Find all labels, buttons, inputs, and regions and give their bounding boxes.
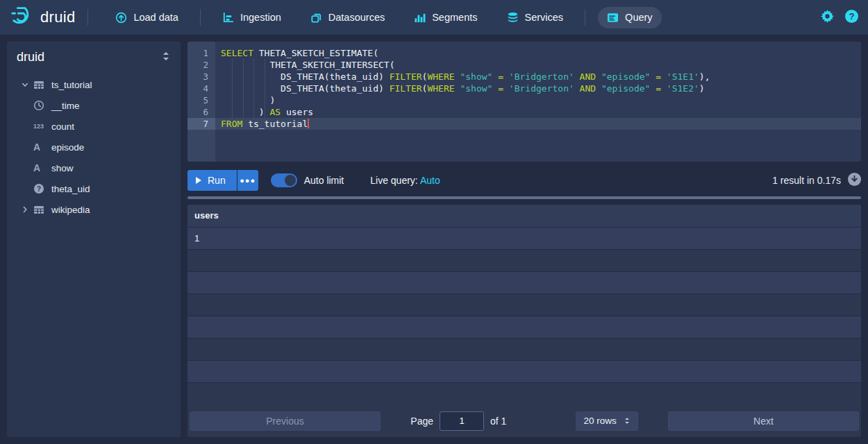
segments-icon bbox=[414, 12, 426, 24]
settings-gear-icon[interactable] bbox=[821, 10, 834, 26]
code-line-6[interactable]: 6 ) AS users bbox=[187, 106, 861, 118]
line-number: 5 bbox=[187, 94, 215, 106]
editor-results-splitter[interactable] bbox=[187, 196, 861, 199]
code-token: ) bbox=[221, 95, 275, 105]
download-results-icon[interactable] bbox=[848, 173, 861, 188]
auto-limit-label: Auto limit bbox=[304, 175, 344, 186]
code-token: 'Bridgerton' bbox=[509, 83, 574, 94]
code-token bbox=[596, 83, 601, 94]
auto-limit-toggle[interactable] bbox=[271, 173, 297, 187]
nav-item-label: Datasources bbox=[328, 12, 385, 23]
tree-item-label: show bbox=[51, 163, 74, 173]
live-query-value-link[interactable]: Auto bbox=[420, 175, 440, 186]
empty-row bbox=[187, 271, 861, 293]
run-more-options-button[interactable]: ●●● bbox=[237, 170, 258, 191]
next-page-button[interactable]: Next bbox=[668, 411, 859, 431]
rows-per-page-select[interactable]: 20 rows bbox=[576, 411, 637, 431]
code-token: AND bbox=[580, 71, 596, 82]
code-line-2[interactable]: 2 THETA_SKETCH_INTERSECT( bbox=[187, 59, 861, 71]
tree-item-label: __time bbox=[51, 101, 80, 111]
line-number: 2 bbox=[187, 59, 215, 71]
navbar-right: ? bbox=[821, 10, 858, 26]
line-number: 3 bbox=[187, 71, 215, 83]
code-token: AND bbox=[580, 83, 596, 94]
nav-item-label: Services bbox=[525, 12, 564, 23]
nav-item-services[interactable]: Services bbox=[498, 7, 573, 28]
code-token: THETA_SKETCH_ESTIMATE( bbox=[253, 48, 378, 58]
druid-logo-icon bbox=[10, 3, 35, 32]
tree-item-episode[interactable]: Aepisode bbox=[17, 137, 171, 157]
schema-sidebar: druid ts_tutorial__time123countAepisodeA… bbox=[7, 42, 181, 437]
schema-name: druid bbox=[17, 50, 44, 65]
code-token bbox=[574, 83, 580, 94]
navbar-divider bbox=[87, 9, 88, 26]
empty-row bbox=[187, 316, 861, 338]
code-token: SELECT bbox=[221, 48, 253, 58]
nav-item-query[interactable]: Query bbox=[598, 7, 662, 28]
nav-item-label: Load data bbox=[133, 12, 178, 23]
code-token: FROM bbox=[221, 119, 242, 129]
code-token: "show" bbox=[460, 71, 492, 82]
code-token: ) bbox=[699, 83, 705, 94]
code-token: 'Bridgerton' bbox=[509, 71, 574, 82]
tree-item-time[interactable]: __time bbox=[17, 95, 171, 116]
page-number-input[interactable] bbox=[440, 411, 484, 431]
tree-item-show[interactable]: Ashow bbox=[17, 157, 171, 178]
nav-item-datasources[interactable]: Datasources bbox=[301, 7, 394, 28]
code-line-text: THETA_SKETCH_INTERSECT( bbox=[215, 59, 861, 71]
svg-text:?: ? bbox=[849, 11, 855, 21]
result-row[interactable]: 1 bbox=[187, 227, 861, 249]
tree-item-wikipedia[interactable]: wikipedia bbox=[17, 199, 171, 220]
string-icon: A bbox=[33, 162, 51, 173]
code-token bbox=[661, 71, 667, 82]
chevron-right-icon[interactable] bbox=[17, 205, 33, 214]
tree-item-label: ts_tutorial bbox=[51, 80, 92, 90]
toggle-knob bbox=[285, 175, 296, 186]
run-button[interactable]: Run bbox=[187, 170, 237, 191]
chevron-down-icon[interactable] bbox=[17, 80, 33, 89]
code-line-7[interactable]: 7FROM ts_tutorial bbox=[187, 118, 861, 130]
tree-item-count[interactable]: 123count bbox=[17, 116, 171, 137]
help-icon[interactable]: ? bbox=[845, 10, 858, 26]
druid-brand[interactable]: druid bbox=[10, 3, 75, 32]
previous-page-button[interactable]: Previous bbox=[190, 411, 381, 431]
tree-item-label: theta_uid bbox=[51, 184, 90, 194]
unknown-icon: ? bbox=[33, 183, 51, 194]
code-token: "episode" bbox=[601, 83, 650, 94]
tree-item-ts_tutorial[interactable]: ts_tutorial bbox=[17, 74, 171, 95]
code-token: 'S1E1' bbox=[667, 71, 699, 82]
services-icon bbox=[507, 12, 519, 24]
code-token bbox=[503, 71, 509, 82]
results-column-header[interactable]: users bbox=[187, 205, 861, 227]
schema-tree: ts_tutorial__time123countAepisodeAshow?t… bbox=[17, 74, 171, 220]
code-line-3[interactable]: 3 DS_THETA(theta_uid) FILTER(WHERE "show… bbox=[187, 71, 861, 83]
code-token: = bbox=[498, 83, 503, 94]
page-of-label: of 1 bbox=[490, 416, 506, 427]
sort-columns-icon[interactable] bbox=[161, 51, 171, 65]
code-token bbox=[503, 83, 509, 94]
code-line-4[interactable]: 4 DS_THETA(theta_uid) FILTER(WHERE "show… bbox=[187, 83, 861, 94]
empty-row bbox=[187, 338, 861, 360]
nav-item-ingestion[interactable]: Ingestion bbox=[213, 7, 290, 28]
code-line-text: ) AS users bbox=[215, 106, 861, 118]
clock-icon bbox=[33, 100, 51, 111]
code-token: "show" bbox=[460, 83, 492, 94]
line-number: 7 bbox=[187, 118, 215, 130]
nav-item-load-data[interactable]: Load data bbox=[106, 7, 187, 28]
sql-editor[interactable]: 1SELECT THETA_SKETCH_ESTIMATE(2 THETA_SK… bbox=[187, 42, 861, 162]
code-token: 'S1E2' bbox=[667, 83, 699, 94]
nav-item-segments[interactable]: Segments bbox=[405, 7, 486, 28]
code-line-5[interactable]: 5 ) bbox=[187, 94, 861, 106]
tree-item-theta_uid[interactable]: ?theta_uid bbox=[17, 178, 171, 199]
code-token: ts_tutorial bbox=[242, 119, 308, 129]
table-icon bbox=[33, 80, 51, 90]
line-number: 6 bbox=[187, 106, 215, 118]
rows-per-page-value: 20 rows bbox=[583, 416, 616, 426]
ingestion-icon bbox=[222, 12, 234, 24]
code-line-1[interactable]: 1SELECT THETA_SKETCH_ESTIMATE( bbox=[187, 47, 861, 59]
pagination-bar: Previous Page of 1 20 rows Next bbox=[187, 404, 861, 437]
empty-row bbox=[187, 249, 861, 271]
code-line-text: DS_THETA(theta_uid) FILTER(WHERE "show" … bbox=[215, 71, 861, 83]
code-token: = bbox=[656, 83, 661, 94]
code-token: users bbox=[281, 107, 313, 117]
